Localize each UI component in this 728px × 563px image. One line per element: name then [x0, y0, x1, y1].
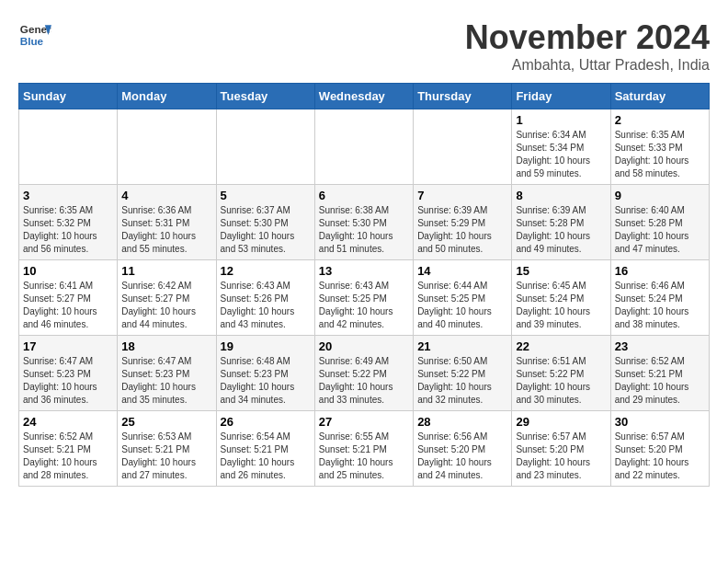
day-number: 22: [516, 339, 606, 353]
logo-icon: General Blue: [18, 18, 51, 52]
svg-text:Blue: Blue: [20, 35, 44, 47]
calendar-cell: 24Sunrise: 6:52 AMSunset: 5:21 PMDayligh…: [19, 411, 118, 487]
day-number: 1: [516, 113, 606, 127]
day-info: Sunrise: 6:37 AMSunset: 5:30 PMDaylight:…: [221, 204, 311, 256]
calendar-cell: 21Sunrise: 6:50 AMSunset: 5:22 PMDayligh…: [414, 336, 512, 411]
day-number: 14: [417, 264, 507, 278]
day-number: 5: [221, 189, 311, 202]
calendar-cell: 25Sunrise: 6:53 AMSunset: 5:21 PMDayligh…: [118, 411, 216, 487]
calendar-cell: [216, 109, 314, 185]
day-number: 9: [615, 189, 705, 202]
day-info: Sunrise: 6:42 AMSunset: 5:27 PMDaylight:…: [121, 280, 211, 331]
day-number: 19: [221, 339, 311, 353]
day-info: Sunrise: 6:47 AMSunset: 5:23 PMDaylight:…: [121, 355, 211, 407]
weekday-header-sunday: Sunday: [19, 84, 118, 109]
calendar-cell: 26Sunrise: 6:54 AMSunset: 5:21 PMDayligh…: [216, 411, 314, 487]
calendar-cell: 9Sunrise: 6:40 AMSunset: 5:28 PMDaylight…: [610, 185, 709, 260]
calendar-cell: 4Sunrise: 6:36 AMSunset: 5:31 PMDaylight…: [118, 185, 216, 260]
weekday-header-friday: Friday: [512, 84, 610, 109]
weekday-header-saturday: Saturday: [610, 84, 709, 109]
calendar-cell: 20Sunrise: 6:49 AMSunset: 5:22 PMDayligh…: [314, 336, 413, 411]
header: General Blue November 2024 Ambahta, Utta…: [18, 18, 710, 74]
day-number: 2: [615, 113, 705, 127]
calendar-table: SundayMondayTuesdayWednesdayThursdayFrid…: [18, 83, 710, 487]
day-info: Sunrise: 6:44 AMSunset: 5:25 PMDaylight:…: [417, 280, 507, 331]
calendar-cell: 18Sunrise: 6:47 AMSunset: 5:23 PMDayligh…: [118, 336, 216, 411]
day-info: Sunrise: 6:56 AMSunset: 5:20 PMDaylight:…: [417, 431, 507, 482]
calendar-cell: [314, 109, 413, 185]
calendar-cell: 19Sunrise: 6:48 AMSunset: 5:23 PMDayligh…: [216, 336, 314, 411]
day-number: 18: [121, 339, 211, 353]
day-info: Sunrise: 6:36 AMSunset: 5:31 PMDaylight:…: [121, 204, 211, 256]
calendar-cell: [118, 109, 216, 185]
day-info: Sunrise: 6:40 AMSunset: 5:28 PMDaylight:…: [615, 204, 705, 256]
day-info: Sunrise: 6:53 AMSunset: 5:21 PMDaylight:…: [121, 431, 211, 482]
logo: General Blue: [18, 18, 51, 52]
day-number: 29: [516, 415, 606, 429]
day-number: 16: [615, 264, 705, 278]
day-number: 11: [121, 264, 211, 278]
day-number: 28: [417, 415, 507, 429]
calendar-cell: 29Sunrise: 6:57 AMSunset: 5:20 PMDayligh…: [512, 411, 610, 487]
calendar-cell: 30Sunrise: 6:57 AMSunset: 5:20 PMDayligh…: [610, 411, 709, 487]
calendar-cell: 8Sunrise: 6:39 AMSunset: 5:28 PMDaylight…: [512, 185, 610, 260]
day-info: Sunrise: 6:39 AMSunset: 5:29 PMDaylight:…: [417, 204, 507, 256]
day-info: Sunrise: 6:57 AMSunset: 5:20 PMDaylight:…: [615, 431, 705, 482]
weekday-header-tuesday: Tuesday: [216, 84, 314, 109]
title-section: November 2024 Ambahta, Uttar Pradesh, In…: [465, 18, 710, 74]
day-number: 23: [615, 339, 705, 353]
day-number: 27: [319, 415, 409, 429]
day-number: 17: [23, 339, 113, 353]
calendar-title: November 2024: [465, 18, 710, 57]
weekday-header-row: SundayMondayTuesdayWednesdayThursdayFrid…: [19, 84, 710, 109]
weekday-header-wednesday: Wednesday: [314, 84, 413, 109]
day-number: 4: [121, 189, 211, 202]
day-info: Sunrise: 6:50 AMSunset: 5:22 PMDaylight:…: [417, 355, 507, 407]
day-info: Sunrise: 6:35 AMSunset: 5:32 PMDaylight:…: [23, 204, 113, 256]
week-row-4: 24Sunrise: 6:52 AMSunset: 5:21 PMDayligh…: [19, 411, 710, 487]
calendar-cell: 5Sunrise: 6:37 AMSunset: 5:30 PMDaylight…: [216, 185, 314, 260]
day-info: Sunrise: 6:41 AMSunset: 5:27 PMDaylight:…: [23, 280, 113, 331]
day-info: Sunrise: 6:54 AMSunset: 5:21 PMDaylight:…: [221, 431, 311, 482]
calendar-cell: 14Sunrise: 6:44 AMSunset: 5:25 PMDayligh…: [414, 260, 512, 336]
calendar-cell: 27Sunrise: 6:55 AMSunset: 5:21 PMDayligh…: [314, 411, 413, 487]
week-row-0: 1Sunrise: 6:34 AMSunset: 5:34 PMDaylight…: [19, 109, 710, 185]
day-info: Sunrise: 6:43 AMSunset: 5:25 PMDaylight:…: [319, 280, 409, 331]
day-number: 8: [516, 189, 606, 202]
day-info: Sunrise: 6:46 AMSunset: 5:24 PMDaylight:…: [615, 280, 705, 331]
day-number: 7: [417, 189, 507, 202]
calendar-cell: 17Sunrise: 6:47 AMSunset: 5:23 PMDayligh…: [19, 336, 118, 411]
day-number: 30: [615, 415, 705, 429]
calendar-subtitle: Ambahta, Uttar Pradesh, India: [465, 57, 710, 74]
calendar-cell: 6Sunrise: 6:38 AMSunset: 5:30 PMDaylight…: [314, 185, 413, 260]
day-info: Sunrise: 6:47 AMSunset: 5:23 PMDaylight:…: [23, 355, 113, 407]
day-info: Sunrise: 6:51 AMSunset: 5:22 PMDaylight:…: [516, 355, 606, 407]
calendar-cell: 10Sunrise: 6:41 AMSunset: 5:27 PMDayligh…: [19, 260, 118, 336]
calendar-cell: 2Sunrise: 6:35 AMSunset: 5:33 PMDaylight…: [610, 109, 709, 185]
day-number: 24: [23, 415, 113, 429]
calendar-cell: 1Sunrise: 6:34 AMSunset: 5:34 PMDaylight…: [512, 109, 610, 185]
day-info: Sunrise: 6:43 AMSunset: 5:26 PMDaylight:…: [221, 280, 311, 331]
calendar-cell: 23Sunrise: 6:52 AMSunset: 5:21 PMDayligh…: [610, 336, 709, 411]
day-info: Sunrise: 6:34 AMSunset: 5:34 PMDaylight:…: [516, 129, 606, 180]
day-info: Sunrise: 6:45 AMSunset: 5:24 PMDaylight:…: [516, 280, 606, 331]
day-number: 15: [516, 264, 606, 278]
day-number: 6: [319, 189, 409, 202]
day-number: 3: [23, 189, 113, 202]
day-number: 25: [121, 415, 211, 429]
day-number: 12: [221, 264, 311, 278]
day-number: 20: [319, 339, 409, 353]
calendar-cell: 15Sunrise: 6:45 AMSunset: 5:24 PMDayligh…: [512, 260, 610, 336]
day-number: 10: [23, 264, 113, 278]
day-info: Sunrise: 6:38 AMSunset: 5:30 PMDaylight:…: [319, 204, 409, 256]
week-row-3: 17Sunrise: 6:47 AMSunset: 5:23 PMDayligh…: [19, 336, 710, 411]
calendar-cell: [19, 109, 118, 185]
calendar-cell: 22Sunrise: 6:51 AMSunset: 5:22 PMDayligh…: [512, 336, 610, 411]
week-row-2: 10Sunrise: 6:41 AMSunset: 5:27 PMDayligh…: [19, 260, 710, 336]
day-info: Sunrise: 6:52 AMSunset: 5:21 PMDaylight:…: [23, 431, 113, 482]
day-info: Sunrise: 6:57 AMSunset: 5:20 PMDaylight:…: [516, 431, 606, 482]
calendar-cell: [414, 109, 512, 185]
day-info: Sunrise: 6:35 AMSunset: 5:33 PMDaylight:…: [615, 129, 705, 180]
day-info: Sunrise: 6:52 AMSunset: 5:21 PMDaylight:…: [615, 355, 705, 407]
day-info: Sunrise: 6:49 AMSunset: 5:22 PMDaylight:…: [319, 355, 409, 407]
